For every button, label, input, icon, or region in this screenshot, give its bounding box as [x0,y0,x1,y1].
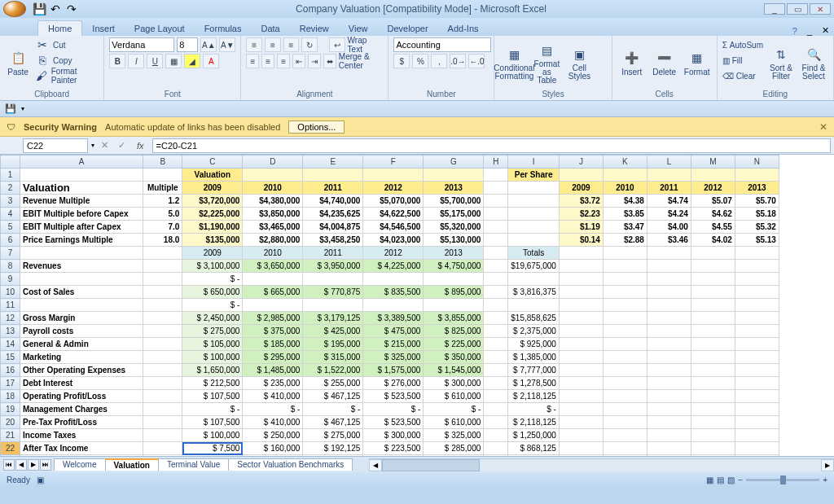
cell[interactable]: $ 835,500 [363,286,424,299]
cell[interactable] [484,416,508,429]
tab-data[interactable]: Data [251,21,289,36]
view-normal-icon[interactable]: ▦ [706,476,713,484]
cell[interactable] [484,429,508,442]
cell[interactable]: $ - [508,403,560,416]
cell[interactable]: 2013 [424,182,484,195]
cell[interactable] [647,169,691,182]
cell[interactable] [20,455,143,457]
cell[interactable]: $ 375,000 [243,325,303,338]
header[interactable]: 13 [1,325,20,338]
cell[interactable] [691,273,735,286]
cell[interactable] [647,442,691,455]
autosum-button[interactable]: Σ AutoSum [722,37,763,52]
cell[interactable] [691,442,735,455]
cell[interactable] [182,455,243,457]
cell[interactable] [559,299,603,312]
cell[interactable] [647,247,691,260]
save-icon[interactable]: 💾 [5,103,16,114]
cell[interactable] [603,286,647,299]
cell[interactable] [647,260,691,273]
cell[interactable] [603,429,647,442]
sheet-tab[interactable]: Valuation [105,458,159,471]
align-right-button[interactable]: ≡ [277,54,290,68]
cell[interactable] [691,429,735,442]
cell[interactable]: $ 223,500 [363,442,424,455]
orientation-button[interactable]: ↻ [301,37,318,52]
align-bottom-button[interactable]: ≡ [283,37,300,52]
header[interactable]: F [363,156,424,169]
currency-button[interactable]: $ [393,54,410,68]
cell[interactable]: $ - [182,299,243,312]
cell[interactable]: EBIT Multiple before Capex [20,208,143,221]
cell[interactable] [508,273,560,286]
header[interactable]: 8 [1,260,20,273]
cell[interactable]: $ 3,650,000 [243,260,303,273]
cell[interactable] [559,377,603,390]
sort-filter-button[interactable]: ⇅Sort & Filter [766,37,796,89]
header[interactable]: H [484,156,508,169]
tab-formulas[interactable]: Formulas [195,21,252,36]
cell[interactable] [143,351,182,364]
sheet-tab[interactable]: Sector Valuation Benchmarks [228,458,353,471]
cell[interactable]: $ 467,125 [303,416,363,429]
cell[interactable]: $3,465,000 [243,221,303,234]
cell[interactable] [647,338,691,351]
cell[interactable] [143,416,182,429]
tab-home[interactable]: Home [37,20,82,36]
header[interactable]: 14 [1,338,20,351]
cell[interactable]: Valuation [20,182,143,195]
cell[interactable]: 5.0 [143,208,182,221]
cell[interactable] [484,260,508,273]
cell[interactable] [143,260,182,273]
scroll-thumb[interactable] [382,459,480,471]
scroll-right-button[interactable]: ▶ [821,459,834,471]
cell[interactable]: $ 192,125 [303,442,363,455]
cell[interactable] [735,455,779,457]
office-orb-icon[interactable] [3,1,26,17]
name-box[interactable]: C22 [23,138,88,153]
cell[interactable] [691,247,735,260]
cell[interactable]: $ 7,500 [182,442,243,455]
fx-cancel-icon[interactable]: ✕ [98,140,112,151]
cell[interactable]: $ 100,000 [182,351,243,364]
cell[interactable]: $ - [182,273,243,286]
tab-developer[interactable]: Developer [377,21,437,36]
cell[interactable] [735,442,779,455]
cell[interactable]: $ 3,179,125 [303,312,363,325]
cell[interactable]: 2012 [691,182,735,195]
header[interactable]: 21 [1,429,20,442]
cell[interactable]: $ 2,118,125 [508,390,560,403]
fill-color-button[interactable]: ◢ [184,54,200,68]
cell[interactable] [484,169,508,182]
cell[interactable] [735,169,779,182]
grow-font-button[interactable]: A▲ [200,37,217,52]
cell[interactable]: 2011 [303,182,363,195]
cell[interactable] [603,351,647,364]
bold-button[interactable]: B [109,54,125,68]
inc-decimal-button[interactable]: .0→ [450,54,466,68]
cell[interactable] [484,325,508,338]
cell[interactable] [647,416,691,429]
cell[interactable]: $ 215,000 [363,338,424,351]
options-button[interactable]: Options... [288,121,345,134]
header[interactable]: 23 [1,455,20,457]
cell[interactable] [603,364,647,377]
header[interactable]: I [508,156,560,169]
cell[interactable]: $ 410,000 [243,390,303,403]
cell[interactable]: $ 4,225,000 [363,260,424,273]
view-layout-icon[interactable]: ▤ [717,476,724,484]
cell[interactable]: $4.74 [647,195,691,208]
warning-close-icon[interactable]: ✕ [819,121,827,133]
header[interactable]: A [20,156,143,169]
cell[interactable]: 2009 [182,182,243,195]
cell[interactable] [424,299,484,312]
cell[interactable] [303,273,363,286]
cell[interactable]: $ 225,000 [424,338,484,351]
cell[interactable]: $ 105,000 [182,338,243,351]
border-button[interactable]: ▦ [165,54,182,68]
cell[interactable]: $ 285,000 [424,442,484,455]
cell[interactable] [603,273,647,286]
cell[interactable]: $ 467,125 [303,390,363,403]
cell[interactable]: $2,225,000 [182,208,243,221]
cell[interactable]: $0.14 [559,234,603,247]
